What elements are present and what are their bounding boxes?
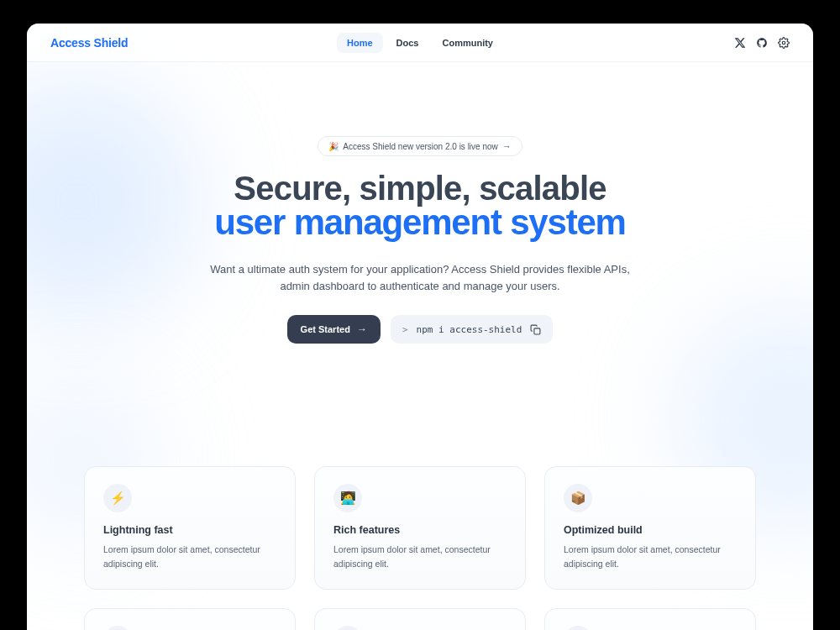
sdk-icon: 📦 bbox=[333, 626, 362, 630]
developer-icon: 🧑‍💻 bbox=[333, 484, 362, 512]
feature-card: 🔌 Flexible api bbox=[84, 608, 296, 630]
get-started-button[interactable]: Get Started → bbox=[287, 315, 381, 344]
prompt-caret: > bbox=[402, 324, 408, 335]
install-command[interactable]: > npm i access-shield bbox=[391, 315, 553, 344]
main-nav: Home Docs Community bbox=[337, 33, 503, 53]
announcement-badge[interactable]: 🎉 Access Shield new version 2.0 is live … bbox=[318, 136, 522, 156]
error-icon: 🖥️ bbox=[564, 626, 592, 630]
feature-card: 🖥️ Error handling bbox=[544, 608, 756, 630]
brand-logo[interactable]: Access Shield bbox=[50, 36, 128, 50]
feature-card: 📦 Optimized build Lorem ipsum dolor sit … bbox=[544, 466, 756, 590]
nav-community[interactable]: Community bbox=[432, 33, 503, 53]
hero-title-line2: user management system bbox=[27, 202, 813, 243]
github-icon[interactable] bbox=[756, 37, 768, 49]
nav-docs[interactable]: Docs bbox=[386, 33, 429, 53]
announcement-text: Access Shield new version 2.0 is live no… bbox=[343, 142, 498, 151]
x-twitter-icon[interactable] bbox=[734, 37, 746, 49]
svg-rect-1 bbox=[534, 328, 540, 334]
hero-subhead: Want a ultimate auth system for your app… bbox=[197, 261, 643, 295]
feature-desc: Lorem ipsum dolor sit amet, consectetur … bbox=[103, 543, 276, 570]
features-grid: ⚡ Lightning fast Lorem ipsum dolor sit a… bbox=[27, 466, 813, 630]
arrow-right-icon: → bbox=[502, 141, 512, 151]
header: Access Shield Home Docs Community bbox=[27, 24, 813, 62]
install-command-text: npm i access-shield bbox=[417, 324, 522, 335]
lightning-icon: ⚡ bbox=[103, 484, 132, 512]
package-icon: 📦 bbox=[564, 484, 592, 512]
hero: Secure, simple, scalable user management… bbox=[27, 170, 813, 295]
feature-card: 🧑‍💻 Rich features Lorem ipsum dolor sit … bbox=[314, 466, 526, 590]
copy-icon[interactable] bbox=[530, 324, 541, 335]
settings-gear-icon[interactable] bbox=[778, 37, 790, 49]
api-icon: 🔌 bbox=[103, 626, 132, 630]
feature-desc: Lorem ipsum dolor sit amet, consectetur … bbox=[333, 543, 507, 570]
feature-desc: Lorem ipsum dolor sit amet, consectetur … bbox=[564, 543, 737, 570]
feature-title: Optimized build bbox=[564, 524, 737, 536]
party-icon: 🎉 bbox=[328, 142, 339, 151]
arrow-right-icon: → bbox=[357, 323, 367, 335]
feature-card: 📦 Multiple sdk's support bbox=[314, 608, 526, 630]
feature-title: Rich features bbox=[333, 524, 507, 536]
feature-card: ⚡ Lightning fast Lorem ipsum dolor sit a… bbox=[84, 466, 296, 590]
nav-home[interactable]: Home bbox=[337, 33, 383, 53]
get-started-label: Get Started bbox=[301, 324, 350, 334]
feature-title: Lightning fast bbox=[103, 524, 276, 536]
svg-point-0 bbox=[782, 41, 785, 45]
